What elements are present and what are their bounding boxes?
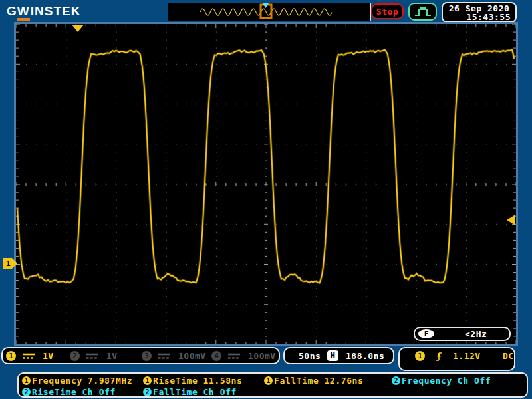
measurement-channel-badge: 1 — [264, 376, 273, 385]
dc-coupling-icon — [227, 352, 241, 360]
timebase-indicator[interactable]: 50ns H 188.0ns — [283, 347, 394, 364]
measurement-slot-1: 1 Frequency 7.987MHz — [22, 376, 132, 386]
measurement-value: 11.58ns — [203, 376, 242, 386]
measurement-channel-badge: 2 — [143, 388, 152, 396]
measurement-channel-badge: 1 — [143, 376, 152, 385]
oscilloscope-screen: GWINSTEK Stop 26 Sep 2020 15:43:55 1 F <… — [0, 0, 532, 399]
brand-logo: GWINSTEK — [7, 5, 80, 18]
channel-3-badge: 3 — [142, 351, 152, 361]
measurement-value: Ch Off — [82, 387, 116, 397]
channel-1-scale: 1V — [43, 351, 54, 361]
channel-1-badge: 1 — [6, 351, 16, 361]
trigger-type-button[interactable] — [408, 3, 437, 21]
measurement-label: FallTime — [274, 376, 319, 386]
measurement-channel-badge: 1 — [22, 376, 31, 385]
pulse-waveform-icon — [414, 6, 432, 18]
stop-button[interactable]: Stop — [371, 3, 404, 19]
ch1-trace — [17, 50, 514, 283]
measurement-slot-3: 1 FallTime 12.76ns — [264, 376, 363, 386]
logo-rest: INSTEK — [31, 4, 81, 18]
measurement-slot-6: 2 FallTime Ch Off — [143, 387, 237, 397]
trigger-level: 1.12V — [453, 351, 481, 361]
measurement-value: Ch Off — [458, 376, 491, 386]
measurement-label: Frequency — [32, 376, 82, 386]
frequency-counter-badge: F — [418, 329, 434, 338]
logo-w: W — [17, 4, 30, 21]
channel-status-bar: 1 1V 2 1V 3 100mV 4 — [1, 347, 280, 364]
measurement-channel-badge: 2 — [392, 376, 400, 385]
measurement-slot-2: 1 RiseTime 11.58ns — [143, 376, 242, 386]
graticule — [16, 24, 516, 344]
measurement-slot-4: 2 Frequency Ch Off — [392, 376, 491, 386]
measurement-value: Ch Off — [203, 387, 237, 397]
trigger-position-marker[interactable] — [72, 25, 84, 32]
datetime-display: 26 Sep 2020 15:43:55 — [442, 2, 517, 23]
measurement-label: RiseTime — [153, 376, 198, 386]
measurement-channel-badge: 2 — [22, 388, 31, 396]
measurement-slot-5: 2 RiseTime Ch Off — [22, 387, 116, 397]
dc-coupling-icon — [86, 352, 99, 360]
channel-3-indicator[interactable]: 3 100mV — [142, 350, 206, 361]
trigger-coupling: DC — [503, 351, 514, 361]
acquisition-preview-bar — [168, 3, 371, 21]
preview-waveform — [200, 9, 332, 15]
channel-2-badge: 2 — [70, 351, 80, 361]
channel-2-indicator[interactable]: 2 1V — [70, 350, 118, 361]
ch1-ground-marker-label: 1 — [6, 259, 11, 268]
channel-4-badge: 4 — [211, 351, 221, 361]
horizontal-position-icon: H — [327, 350, 338, 361]
rising-edge-icon — [436, 351, 444, 362]
time-text: 15:43:55 — [443, 13, 515, 21]
timebase-scale: 50ns — [299, 351, 321, 361]
measurement-label: RiseTime — [32, 387, 76, 397]
trigger-level-marker[interactable] — [507, 215, 515, 225]
channel-3-scale: 100mV — [178, 351, 206, 361]
timebase-position: 188.0ns — [346, 351, 384, 361]
trigger-source-badge: 1 — [415, 351, 425, 361]
measurement-value: 7.987MHz — [88, 376, 132, 386]
trigger-indicator[interactable]: 1 1.12V DC — [398, 347, 515, 371]
ch1-trace-glow — [17, 50, 514, 283]
dc-coupling-icon — [22, 352, 35, 360]
dc-coupling-icon — [158, 352, 171, 360]
channel-4-scale: 100mV — [248, 351, 276, 361]
frequency-counter-value: <2Hz — [465, 329, 487, 339]
channel-4-indicator[interactable]: 4 100mV — [211, 350, 276, 361]
channel-2-scale: 1V — [106, 351, 118, 361]
logo-g: G — [7, 4, 17, 18]
measurement-label: Frequency — [402, 376, 452, 386]
measurement-value: 12.76ns — [324, 376, 363, 386]
display-frame — [14, 22, 518, 346]
measurement-bar: 1 Frequency 7.987MHz 1 RiseTime 11.58ns … — [17, 372, 528, 398]
frequency-counter: F <2Hz — [414, 327, 511, 341]
channel-1-indicator[interactable]: 1 1V — [6, 350, 54, 361]
measurement-label: FallTime — [153, 387, 198, 397]
